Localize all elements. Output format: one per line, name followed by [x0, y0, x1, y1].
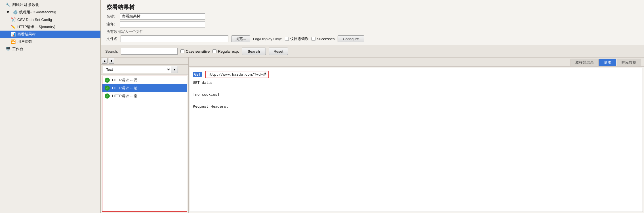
result-item-1[interactable]: HTTP请求 -- 汉: [102, 76, 187, 84]
sidebar-item-thread-group[interactable]: ▼ ⚙️ 线程组-CSVdataconfig: [0, 8, 100, 16]
request-no-cookies: [no cookies]: [193, 92, 640, 97]
result-label-3: HTTP请求 -- 秦: [112, 93, 137, 99]
left-panel: ▲ ▼ Text ▼ HTTP请求 -- 汉 HTTP请求 -- 楚: [101, 57, 189, 213]
thread-group-settings-icon: ⚙️: [12, 9, 18, 15]
comment-label: 注释:: [106, 22, 118, 27]
case-sensitive-group: Case sensitive: [180, 49, 210, 54]
reset-button[interactable]: Reset: [269, 48, 288, 55]
regular-exp-group: Regular exp.: [212, 49, 239, 54]
header-section: 察看结果树 名称: 注释: 所有数据写入一个文件 文件名 浏览... Log/D…: [101, 0, 644, 45]
search-bar: Search: Case sensitive Regular exp. Sear…: [101, 45, 644, 57]
user-params-icon: 🔀: [10, 39, 16, 44]
configure-button[interactable]: Configure: [338, 35, 364, 42]
panel-toolbar: ▲ ▼: [101, 57, 188, 65]
thread-group-icon: ▼: [5, 9, 11, 15]
result-label-1: HTTP请求 -- 汉: [112, 78, 137, 83]
comment-input[interactable]: [120, 21, 205, 27]
regular-exp-checkbox[interactable]: [212, 49, 216, 53]
file-input[interactable]: [121, 35, 228, 42]
request-content: GET http://www.baidu.com/?wd=楚 GET data:…: [190, 68, 643, 212]
sidebar-item-user-params[interactable]: 🔀 用户参数: [0, 38, 100, 45]
result-label-2: HTTP请求 -- 楚: [112, 86, 137, 91]
result-icon-3: [105, 93, 110, 99]
request-url-line: GET http://www.baidu.com/?wd=楚: [193, 71, 640, 78]
request-headers: Request Headers:: [193, 104, 640, 108]
successes-group: Successes: [312, 37, 335, 41]
csv-icon: ✂️: [10, 17, 16, 22]
name-input[interactable]: [120, 13, 205, 20]
workbench-icon: 🖥️: [5, 46, 11, 52]
request-get-data: GET data:: [193, 80, 640, 85]
comment-row: 注释:: [106, 21, 638, 27]
test-plan-icon: 🔧: [5, 2, 11, 8]
name-row: 名称:: [106, 13, 638, 20]
search-input[interactable]: [121, 48, 178, 55]
scroll-up-button[interactable]: ▲: [102, 58, 108, 64]
request-url: http://www.baidu.com/?wd=楚: [205, 71, 269, 78]
log-display-label: Log/Display Only:: [253, 37, 282, 41]
sidebar: 🔧 测试计划-参数化 ▼ ⚙️ 线程组-CSVdataconfig ✂️ CSV…: [0, 0, 101, 213]
view-mode-select[interactable]: Text: [103, 66, 171, 73]
result-icon-1: [105, 78, 110, 83]
result-list: HTTP请求 -- 汉 HTTP请求 -- 楚 HTTP请求 -- 秦: [102, 76, 187, 212]
result-item-2[interactable]: HTTP请求 -- 楚: [102, 84, 187, 92]
http-icon: ✏️: [10, 24, 16, 30]
main-area: 察看结果树 名称: 注释: 所有数据写入一个文件 文件名 浏览... Log/D…: [101, 0, 644, 213]
case-sensitive-label: Case sensitive: [186, 49, 210, 54]
content-area: ▲ ▼ Text ▼ HTTP请求 -- 汉 HTTP请求 -- 楚: [101, 57, 644, 213]
request-empty-line: [193, 86, 640, 91]
sidebar-item-http[interactable]: ✏️ HTTP请求 -- ${country}: [0, 23, 100, 31]
tab-bar: 取样器结果 请求 响应数据: [189, 57, 644, 67]
sidebar-item-test-plan[interactable]: 🔧 测试计划-参数化: [0, 1, 100, 8]
regular-exp-label: Regular exp.: [218, 49, 239, 54]
request-empty-line-2: [193, 98, 640, 103]
file-label: 文件名: [106, 36, 118, 41]
sidebar-item-result-tree[interactable]: 📊 察看结果树: [0, 31, 100, 38]
log-errors-checkbox[interactable]: [285, 37, 289, 41]
name-label: 名称:: [106, 14, 118, 19]
page-title: 察看结果树: [106, 3, 638, 11]
result-tree-icon: 📊: [10, 31, 16, 37]
case-sensitive-checkbox[interactable]: [180, 49, 184, 53]
file-row: 文件名 浏览... Log/Display Only: 仅日志错误 Succes…: [106, 35, 638, 42]
section-all-data: 所有数据写入一个文件: [106, 29, 638, 34]
sidebar-item-csv[interactable]: ✂️ CSV Data Set Config: [0, 16, 100, 23]
dropdown-arrow[interactable]: ▼: [171, 66, 178, 73]
sidebar-item-workbench[interactable]: 🖥️ 工作台: [0, 45, 100, 53]
search-label: Search:: [105, 49, 118, 54]
successes-checkbox[interactable]: [312, 37, 315, 41]
search-button[interactable]: Search: [242, 48, 266, 55]
result-icon-2: [105, 86, 110, 91]
tab-sampler[interactable]: 取样器结果: [571, 59, 599, 66]
tab-request[interactable]: 请求: [599, 59, 616, 66]
request-method: GET: [193, 72, 202, 77]
text-dropdown-row: Text ▼: [101, 65, 188, 74]
right-panel: 取样器结果 请求 响应数据 GET http://www.baidu.com/?…: [189, 57, 644, 213]
browse-button[interactable]: 浏览...: [231, 35, 250, 42]
log-errors-group: 仅日志错误: [285, 36, 309, 41]
tab-response[interactable]: 响应数据: [617, 59, 641, 66]
result-item-3[interactable]: HTTP请求 -- 秦: [102, 92, 187, 100]
log-errors-label: 仅日志错误: [290, 36, 309, 41]
scroll-down-button[interactable]: ▼: [109, 58, 114, 64]
successes-label: Successes: [317, 37, 335, 41]
